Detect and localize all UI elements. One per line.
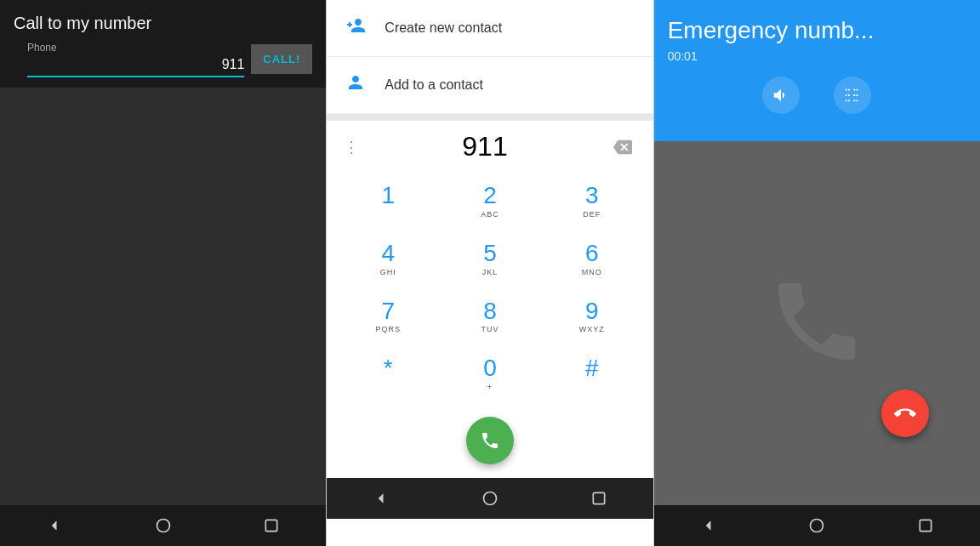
key-4[interactable]: 4 GHI	[337, 230, 439, 288]
key-1[interactable]: 1	[337, 173, 439, 230]
panel2-nav-recent[interactable]	[584, 483, 614, 514]
panel-call-to-number: Call to my number Phone 911 CALL!	[0, 0, 326, 546]
key-5[interactable]: 5 JKL	[439, 230, 541, 288]
panel2-nav-home[interactable]	[475, 483, 505, 514]
add-to-contact-option[interactable]: Add to a contact	[327, 57, 652, 114]
add-contact-icon	[344, 15, 368, 41]
end-call-button[interactable]	[881, 390, 929, 437]
phone-label: Phone	[27, 42, 57, 54]
svg-marker-6	[705, 520, 710, 531]
svg-marker-3	[379, 493, 384, 503]
call-controls	[668, 63, 966, 128]
panel2-nav-back[interactable]	[366, 483, 396, 514]
key-hash[interactable]: #	[541, 345, 643, 403]
backspace-button[interactable]	[609, 134, 636, 161]
dialer-area: ⋮ 911 1 2 ABC 3 DEF 4 GHI	[327, 121, 652, 478]
key-3[interactable]: 3 DEF	[541, 173, 643, 230]
dialer-display: ⋮ 911	[337, 121, 642, 169]
phone-value: 911	[27, 40, 251, 76]
panel3-nav-bar	[654, 505, 980, 546]
person-icon	[344, 72, 368, 98]
svg-rect-5	[593, 493, 604, 504]
create-contact-label: Create new contact	[385, 20, 502, 36]
key-7[interactable]: 7 PQRS	[337, 288, 439, 346]
svg-rect-8	[920, 520, 931, 531]
nav-home-button[interactable]	[148, 510, 179, 541]
nav-back-button[interactable]	[39, 510, 70, 541]
keypad: 1 2 ABC 3 DEF 4 GHI 5 JKL 6 MNO	[337, 169, 642, 407]
keypad-button[interactable]	[834, 77, 871, 114]
panel3-nav-recent[interactable]	[910, 510, 941, 541]
dialer-dots: ⋮	[344, 138, 361, 156]
panel1-nav-bar	[0, 505, 326, 546]
panel1-header: Call to my number Phone 911 CALL!	[0, 0, 326, 88]
panel3-nav-home[interactable]	[801, 510, 832, 541]
phone-input-area: Phone 911	[27, 40, 251, 77]
key-star[interactable]: *	[337, 345, 439, 403]
panel2-nav-bar	[327, 478, 652, 519]
svg-rect-2	[266, 520, 277, 531]
panel1-body	[0, 88, 326, 505]
key-8[interactable]: 8 TUV	[439, 288, 541, 346]
speaker-button[interactable]	[762, 77, 800, 114]
key-2[interactable]: 2 ABC	[439, 173, 541, 230]
panel1-title: Call to my number	[14, 14, 312, 33]
phone-watermark	[766, 270, 868, 376]
dial-call-button[interactable]	[466, 417, 514, 464]
call-fab-area	[337, 407, 642, 478]
panel1-input-row: Phone 911 CALL!	[14, 33, 312, 77]
emergency-title: Emergency numb...	[668, 17, 966, 44]
call-button[interactable]: CALL!	[251, 44, 312, 74]
section-divider	[327, 114, 652, 121]
key-0[interactable]: 0 +	[439, 345, 541, 403]
key-6[interactable]: 6 MNO	[541, 230, 643, 288]
add-to-contact-label: Add to a contact	[385, 77, 483, 93]
panel3-body	[654, 141, 980, 505]
svg-point-1	[157, 520, 169, 532]
dialer-number: 911	[361, 131, 608, 162]
panel-dialer: Create new contact Add to a contact ⋮ 91…	[326, 0, 653, 546]
call-timer: 00:01	[668, 49, 966, 63]
contact-options: Create new contact Add to a contact	[327, 0, 652, 114]
panel3-header: Emergency numb... 00:01	[654, 0, 980, 141]
svg-marker-0	[52, 520, 57, 531]
key-9[interactable]: 9 WXYZ	[541, 288, 643, 346]
nav-recent-button[interactable]	[256, 510, 287, 541]
panel-active-call: Emergency numb... 00:01	[654, 0, 980, 546]
phone-underline	[27, 76, 244, 77]
svg-point-7	[811, 520, 823, 532]
svg-point-4	[483, 492, 496, 505]
create-new-contact-option[interactable]: Create new contact	[327, 0, 652, 57]
panel3-nav-back[interactable]	[693, 510, 724, 541]
